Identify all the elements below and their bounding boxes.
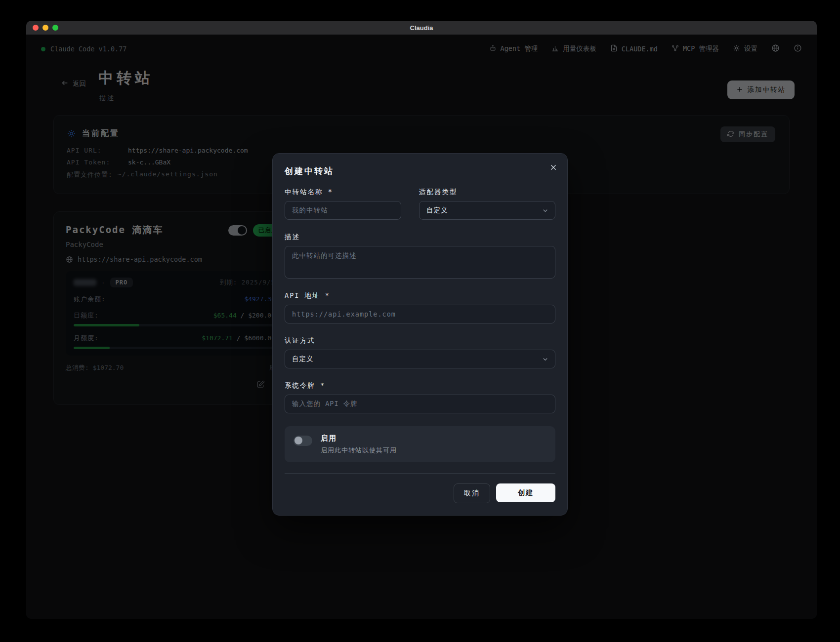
cancel-button[interactable]: 取消	[454, 483, 490, 503]
name-adapter-row: 中转站名称 * 我的中转站 适配器类型 自定义	[285, 188, 555, 220]
close-icon[interactable]	[549, 163, 557, 173]
close-window-button[interactable]	[33, 25, 39, 31]
enable-description: 启用此中转站以使其可用	[321, 446, 397, 455]
chevron-down-icon	[542, 207, 549, 214]
screen: Claudia Claude Code v1.0.77 Agent 管理 用量仪…	[0, 0, 840, 642]
toggle-knob	[294, 437, 302, 444]
auth-select[interactable]: 自定义	[285, 350, 555, 368]
create-station-modal: 创建中转站 中转站名称 * 我的中转站 适配器类型 自定义 描述 此中转站的可选…	[272, 153, 568, 516]
enable-title: 启用	[321, 434, 397, 443]
token-label: 系统令牌 *	[285, 381, 555, 390]
description-field-group: 描述 此中转站的可选描述	[285, 233, 555, 279]
auth-label: 认证方式	[285, 336, 555, 345]
description-label: 描述	[285, 233, 555, 241]
auth-selected-value: 自定义	[292, 355, 314, 363]
modal-title: 创建中转站	[285, 165, 555, 177]
window-title: Claudia	[410, 24, 433, 32]
chevron-down-icon	[542, 356, 549, 363]
auth-field-group: 认证方式 自定义	[285, 336, 555, 368]
name-field-group: 中转站名称 * 我的中转站	[285, 188, 401, 220]
zoom-window-button[interactable]	[52, 25, 58, 31]
api-url-input[interactable]: https://api.example.com	[285, 305, 555, 323]
adapter-select[interactable]: 自定义	[419, 201, 555, 220]
modal-actions: 取消 创建	[285, 483, 555, 503]
api-url-label: API 地址 *	[285, 291, 555, 300]
adapter-field-group: 适配器类型 自定义	[419, 188, 555, 220]
description-textarea[interactable]: 此中转站的可选描述	[285, 246, 555, 279]
create-button[interactable]: 创建	[496, 483, 555, 502]
api-url-field-group: API 地址 * https://api.example.com	[285, 291, 555, 323]
traffic-lights	[33, 25, 58, 31]
enable-toggle[interactable]	[294, 436, 312, 446]
token-input[interactable]: 输入您的 API 令牌	[285, 395, 555, 413]
minimize-window-button[interactable]	[42, 25, 48, 31]
titlebar: Claudia	[26, 21, 817, 35]
adapter-selected-value: 自定义	[426, 206, 448, 215]
enable-text: 启用 启用此中转站以使其可用	[321, 434, 397, 455]
adapter-label: 适配器类型	[419, 188, 555, 197]
name-label: 中转站名称 *	[285, 188, 401, 197]
modal-divider	[285, 473, 555, 474]
token-field-group: 系统令牌 * 输入您的 API 令牌	[285, 381, 555, 413]
enable-panel: 启用 启用此中转站以使其可用	[285, 426, 555, 462]
name-input[interactable]: 我的中转站	[285, 201, 401, 220]
